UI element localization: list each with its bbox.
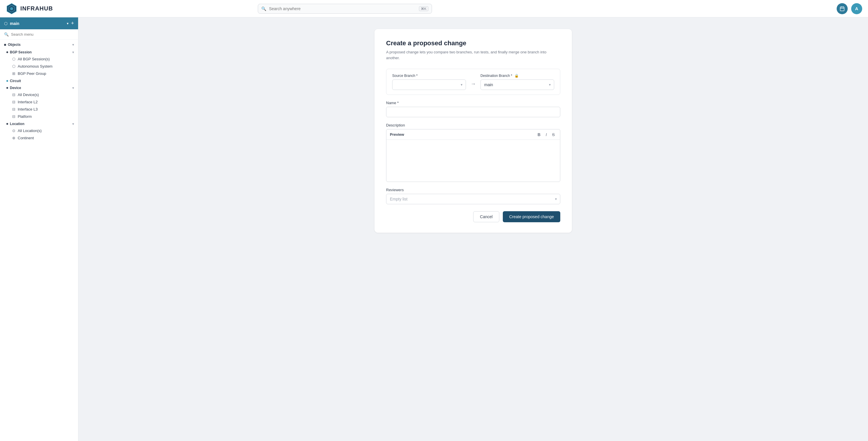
sidebar-item-autonomous-system[interactable]: ⬡ Autonomous System bbox=[4, 63, 78, 70]
reviewers-label: Reviewers bbox=[386, 188, 560, 192]
sidebar-group-device: Device ▾ ⊟ All Device(s) ⊟ Interface L2 … bbox=[0, 84, 78, 120]
description-field-group: Description Preview B I S bbox=[386, 123, 560, 182]
all-locations-label: All Location(s) bbox=[18, 129, 41, 133]
search-shortcut: ⌘K bbox=[419, 6, 428, 11]
app-name: INFRAHUB bbox=[20, 5, 53, 12]
lock-icon: 🔒 bbox=[515, 74, 519, 78]
italic-button[interactable]: I bbox=[544, 131, 549, 138]
search-input[interactable] bbox=[258, 4, 432, 14]
sidebar-item-bgp-peer-group[interactable]: ⊞ BGP Peer Group bbox=[4, 70, 78, 77]
sidebar-group-location: Location ▾ ⊙ All Location(s) ⊕ Continent bbox=[0, 120, 78, 142]
form-title: Create a proposed change bbox=[386, 39, 560, 47]
branch-icon: ⬡ bbox=[4, 21, 7, 26]
circuit-dot bbox=[6, 80, 8, 82]
sidebar-item-platform[interactable]: ⊟ Platform bbox=[4, 113, 78, 120]
branch-selector[interactable]: ⬡ main ▾ + bbox=[0, 18, 78, 29]
global-search: 🔍 ⌘K bbox=[258, 4, 432, 14]
calendar-icon bbox=[840, 6, 845, 11]
location-caret-icon: ▾ bbox=[72, 122, 74, 126]
sidebar-search-icon: 🔍 bbox=[4, 32, 9, 37]
autonomous-system-label: Autonomous System bbox=[18, 64, 53, 68]
location-label: Location bbox=[10, 122, 70, 126]
svg-rect-3 bbox=[840, 7, 844, 11]
branch-caret-icon: ▾ bbox=[67, 22, 68, 26]
sidebar-group-bgp-session: BGP Session ▾ ⬡ All BGP Session(s) ⬡ Aut… bbox=[0, 48, 78, 77]
branch-name: main bbox=[10, 21, 64, 26]
sidebar-item-interface-l2[interactable]: ⊟ Interface L2 bbox=[4, 98, 78, 106]
device-label: Device bbox=[10, 86, 70, 90]
reviewers-select[interactable]: Empty list bbox=[386, 194, 560, 204]
calendar-button[interactable] bbox=[837, 3, 848, 14]
description-preview-tab[interactable]: Preview bbox=[390, 131, 404, 138]
reviewers-select-wrapper: Empty list ▾ bbox=[386, 194, 560, 204]
destination-branch-label: Destination Branch * 🔒 bbox=[480, 74, 554, 78]
bgp-session-label: BGP Session bbox=[10, 50, 70, 54]
sidebar-item-all-devices[interactable]: ⊟ All Device(s) bbox=[4, 91, 78, 98]
description-textarea[interactable] bbox=[386, 140, 560, 180]
device-dot bbox=[6, 87, 8, 89]
continent-icon: ⊕ bbox=[12, 136, 16, 140]
sidebar-search-input[interactable] bbox=[11, 32, 74, 37]
nav-right: A bbox=[837, 3, 862, 14]
destination-branch-select-wrapper: main ▾ bbox=[480, 79, 554, 90]
sidebar-item-interface-l3[interactable]: ⊟ Interface L3 bbox=[4, 106, 78, 113]
objects-caret-icon: ▾ bbox=[72, 43, 74, 47]
interface-l2-label: Interface L2 bbox=[18, 100, 38, 104]
sidebar-subgroup-location-header[interactable]: Location ▾ bbox=[4, 120, 78, 127]
circuit-label: Circuit bbox=[10, 79, 74, 83]
bgp-peer-group-label: BGP Peer Group bbox=[18, 71, 46, 76]
name-field-group: Name * bbox=[386, 101, 560, 117]
user-avatar-button[interactable]: A bbox=[851, 3, 862, 14]
bgp-caret-icon: ▾ bbox=[72, 50, 74, 54]
sidebar-section-objects: Objects ▾ BGP Session ▾ ⬡ All BGP Sessio… bbox=[0, 40, 78, 142]
interface-l3-icon: ⊟ bbox=[12, 107, 16, 111]
description-toolbar: Preview B I S bbox=[386, 129, 560, 140]
form-actions: Cancel Create proposed change bbox=[386, 211, 560, 222]
bgp-sessions-icon: ⬡ bbox=[12, 57, 16, 61]
form-subtitle: A proposed change lets you compare two b… bbox=[386, 49, 560, 61]
create-proposed-change-button[interactable]: Create proposed change bbox=[503, 211, 560, 222]
app-body: ⬡ main ▾ + 🔍 Objects ▾ BGP Session bbox=[0, 18, 868, 441]
platform-label: Platform bbox=[18, 114, 32, 118]
logo[interactable]: INFRAHUB bbox=[6, 3, 53, 14]
continent-label: Continent bbox=[18, 136, 34, 140]
form-card: Create a proposed change A proposed chan… bbox=[374, 29, 572, 233]
objects-dot bbox=[4, 44, 6, 46]
description-toolbar-right: B I S bbox=[536, 131, 557, 138]
interface-l2-icon: ⊟ bbox=[12, 100, 16, 104]
source-branch-select[interactable] bbox=[392, 79, 466, 90]
bgp-dot bbox=[6, 52, 8, 53]
bold-button[interactable]: B bbox=[536, 131, 542, 138]
source-branch-select-wrapper: ▾ bbox=[392, 79, 466, 90]
destination-branch-field: Destination Branch * 🔒 main ▾ bbox=[480, 74, 554, 90]
sidebar-group-objects[interactable]: Objects ▾ bbox=[0, 40, 78, 48]
platform-icon: ⊟ bbox=[12, 114, 16, 118]
sidebar-item-continent[interactable]: ⊕ Continent bbox=[4, 134, 78, 142]
destination-branch-select[interactable]: main bbox=[480, 79, 554, 90]
branch-add-icon[interactable]: + bbox=[71, 20, 74, 26]
sidebar-item-all-locations[interactable]: ⊙ All Location(s) bbox=[4, 127, 78, 134]
main-content: Create a proposed change A proposed chan… bbox=[79, 18, 868, 441]
sidebar-subgroup-bgp-session-header[interactable]: BGP Session ▾ bbox=[4, 48, 78, 56]
strikethrough-button[interactable]: S bbox=[550, 131, 557, 138]
all-bgp-sessions-label: All BGP Session(s) bbox=[18, 57, 50, 61]
sidebar-subgroup-device-header[interactable]: Device ▾ bbox=[4, 84, 78, 91]
cancel-button[interactable]: Cancel bbox=[473, 211, 499, 222]
bgp-peer-group-icon: ⊞ bbox=[12, 71, 16, 76]
name-input[interactable] bbox=[386, 107, 560, 117]
sidebar: ⬡ main ▾ + 🔍 Objects ▾ BGP Session bbox=[0, 18, 79, 441]
objects-label: Objects bbox=[8, 43, 70, 47]
device-caret-icon: ▾ bbox=[72, 86, 74, 90]
location-dot bbox=[6, 123, 8, 125]
interface-l3-label: Interface L3 bbox=[18, 107, 38, 111]
name-label: Name * bbox=[386, 101, 560, 105]
logo-icon bbox=[6, 3, 18, 14]
all-locations-icon: ⊙ bbox=[12, 129, 16, 133]
branch-arrow-separator: → bbox=[471, 81, 476, 90]
autonomous-system-icon: ⬡ bbox=[12, 64, 16, 68]
sidebar-circuit-header[interactable]: Circuit bbox=[4, 77, 78, 84]
source-branch-label: Source Branch * bbox=[392, 74, 466, 78]
description-label: Description bbox=[386, 123, 560, 127]
sidebar-item-all-bgp-sessions[interactable]: ⬡ All BGP Session(s) bbox=[4, 56, 78, 63]
all-devices-label: All Device(s) bbox=[18, 93, 39, 97]
